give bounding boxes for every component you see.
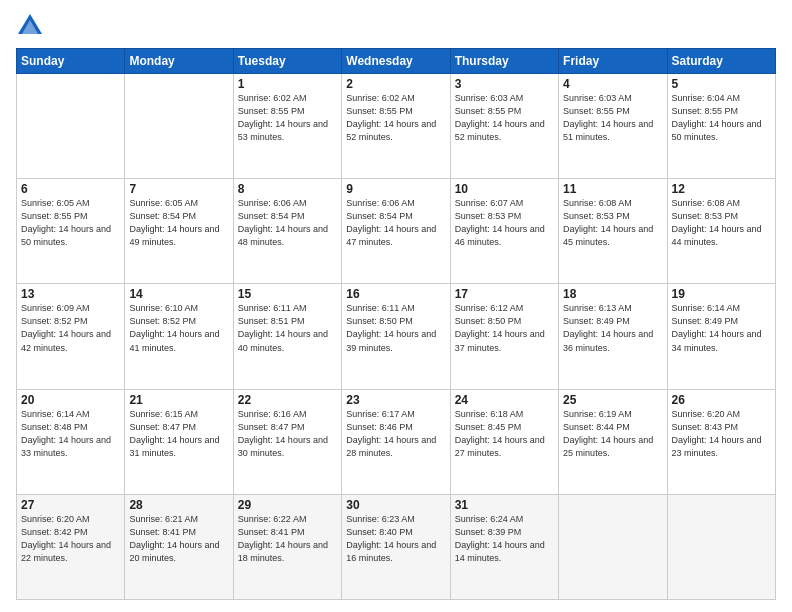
day-number: 2 — [346, 77, 445, 91]
day-info: Sunrise: 6:09 AMSunset: 8:52 PMDaylight:… — [21, 302, 120, 354]
weekday-header-saturday: Saturday — [667, 49, 775, 74]
day-number: 15 — [238, 287, 337, 301]
calendar-cell: 4Sunrise: 6:03 AMSunset: 8:55 PMDaylight… — [559, 74, 667, 179]
day-number: 19 — [672, 287, 771, 301]
day-number: 17 — [455, 287, 554, 301]
weekday-header-sunday: Sunday — [17, 49, 125, 74]
calendar-cell: 27Sunrise: 6:20 AMSunset: 8:42 PMDayligh… — [17, 494, 125, 599]
day-number: 9 — [346, 182, 445, 196]
calendar-cell — [667, 494, 775, 599]
day-number: 13 — [21, 287, 120, 301]
logo-icon — [16, 12, 44, 40]
calendar-cell — [125, 74, 233, 179]
calendar-cell: 12Sunrise: 6:08 AMSunset: 8:53 PMDayligh… — [667, 179, 775, 284]
logo — [16, 12, 48, 40]
day-number: 29 — [238, 498, 337, 512]
day-info: Sunrise: 6:08 AMSunset: 8:53 PMDaylight:… — [672, 197, 771, 249]
day-info: Sunrise: 6:14 AMSunset: 8:48 PMDaylight:… — [21, 408, 120, 460]
day-info: Sunrise: 6:05 AMSunset: 8:55 PMDaylight:… — [21, 197, 120, 249]
calendar-cell: 5Sunrise: 6:04 AMSunset: 8:55 PMDaylight… — [667, 74, 775, 179]
calendar-cell: 29Sunrise: 6:22 AMSunset: 8:41 PMDayligh… — [233, 494, 341, 599]
day-number: 24 — [455, 393, 554, 407]
day-number: 26 — [672, 393, 771, 407]
day-number: 7 — [129, 182, 228, 196]
calendar-cell: 11Sunrise: 6:08 AMSunset: 8:53 PMDayligh… — [559, 179, 667, 284]
calendar-cell: 7Sunrise: 6:05 AMSunset: 8:54 PMDaylight… — [125, 179, 233, 284]
day-info: Sunrise: 6:13 AMSunset: 8:49 PMDaylight:… — [563, 302, 662, 354]
calendar-cell: 21Sunrise: 6:15 AMSunset: 8:47 PMDayligh… — [125, 389, 233, 494]
day-info: Sunrise: 6:03 AMSunset: 8:55 PMDaylight:… — [563, 92, 662, 144]
day-info: Sunrise: 6:10 AMSunset: 8:52 PMDaylight:… — [129, 302, 228, 354]
calendar-cell: 18Sunrise: 6:13 AMSunset: 8:49 PMDayligh… — [559, 284, 667, 389]
day-info: Sunrise: 6:19 AMSunset: 8:44 PMDaylight:… — [563, 408, 662, 460]
day-number: 10 — [455, 182, 554, 196]
day-number: 27 — [21, 498, 120, 512]
day-number: 20 — [21, 393, 120, 407]
calendar-cell: 25Sunrise: 6:19 AMSunset: 8:44 PMDayligh… — [559, 389, 667, 494]
day-info: Sunrise: 6:17 AMSunset: 8:46 PMDaylight:… — [346, 408, 445, 460]
calendar-cell: 13Sunrise: 6:09 AMSunset: 8:52 PMDayligh… — [17, 284, 125, 389]
day-info: Sunrise: 6:03 AMSunset: 8:55 PMDaylight:… — [455, 92, 554, 144]
day-info: Sunrise: 6:14 AMSunset: 8:49 PMDaylight:… — [672, 302, 771, 354]
day-info: Sunrise: 6:18 AMSunset: 8:45 PMDaylight:… — [455, 408, 554, 460]
calendar-cell: 6Sunrise: 6:05 AMSunset: 8:55 PMDaylight… — [17, 179, 125, 284]
calendar-cell: 22Sunrise: 6:16 AMSunset: 8:47 PMDayligh… — [233, 389, 341, 494]
day-number: 16 — [346, 287, 445, 301]
day-info: Sunrise: 6:23 AMSunset: 8:40 PMDaylight:… — [346, 513, 445, 565]
day-number: 23 — [346, 393, 445, 407]
weekday-header-tuesday: Tuesday — [233, 49, 341, 74]
day-info: Sunrise: 6:24 AMSunset: 8:39 PMDaylight:… — [455, 513, 554, 565]
day-number: 21 — [129, 393, 228, 407]
calendar-cell: 14Sunrise: 6:10 AMSunset: 8:52 PMDayligh… — [125, 284, 233, 389]
day-number: 25 — [563, 393, 662, 407]
calendar-cell: 28Sunrise: 6:21 AMSunset: 8:41 PMDayligh… — [125, 494, 233, 599]
calendar-cell: 31Sunrise: 6:24 AMSunset: 8:39 PMDayligh… — [450, 494, 558, 599]
week-row-2: 6Sunrise: 6:05 AMSunset: 8:55 PMDaylight… — [17, 179, 776, 284]
day-info: Sunrise: 6:08 AMSunset: 8:53 PMDaylight:… — [563, 197, 662, 249]
calendar-cell: 24Sunrise: 6:18 AMSunset: 8:45 PMDayligh… — [450, 389, 558, 494]
calendar-cell: 8Sunrise: 6:06 AMSunset: 8:54 PMDaylight… — [233, 179, 341, 284]
day-number: 11 — [563, 182, 662, 196]
weekday-header-wednesday: Wednesday — [342, 49, 450, 74]
day-number: 22 — [238, 393, 337, 407]
day-info: Sunrise: 6:20 AMSunset: 8:43 PMDaylight:… — [672, 408, 771, 460]
calendar-cell: 20Sunrise: 6:14 AMSunset: 8:48 PMDayligh… — [17, 389, 125, 494]
day-number: 4 — [563, 77, 662, 91]
day-number: 5 — [672, 77, 771, 91]
day-info: Sunrise: 6:12 AMSunset: 8:50 PMDaylight:… — [455, 302, 554, 354]
page: SundayMondayTuesdayWednesdayThursdayFrid… — [0, 0, 792, 612]
calendar-cell: 26Sunrise: 6:20 AMSunset: 8:43 PMDayligh… — [667, 389, 775, 494]
day-info: Sunrise: 6:16 AMSunset: 8:47 PMDaylight:… — [238, 408, 337, 460]
calendar-cell: 19Sunrise: 6:14 AMSunset: 8:49 PMDayligh… — [667, 284, 775, 389]
day-number: 12 — [672, 182, 771, 196]
day-number: 3 — [455, 77, 554, 91]
weekday-header-thursday: Thursday — [450, 49, 558, 74]
day-number: 30 — [346, 498, 445, 512]
calendar-cell: 30Sunrise: 6:23 AMSunset: 8:40 PMDayligh… — [342, 494, 450, 599]
weekday-header-friday: Friday — [559, 49, 667, 74]
calendar-cell: 3Sunrise: 6:03 AMSunset: 8:55 PMDaylight… — [450, 74, 558, 179]
calendar-cell: 17Sunrise: 6:12 AMSunset: 8:50 PMDayligh… — [450, 284, 558, 389]
header — [16, 12, 776, 40]
calendar-cell: 15Sunrise: 6:11 AMSunset: 8:51 PMDayligh… — [233, 284, 341, 389]
day-number: 6 — [21, 182, 120, 196]
day-info: Sunrise: 6:07 AMSunset: 8:53 PMDaylight:… — [455, 197, 554, 249]
weekday-header-monday: Monday — [125, 49, 233, 74]
day-number: 14 — [129, 287, 228, 301]
day-info: Sunrise: 6:11 AMSunset: 8:50 PMDaylight:… — [346, 302, 445, 354]
day-info: Sunrise: 6:04 AMSunset: 8:55 PMDaylight:… — [672, 92, 771, 144]
week-row-5: 27Sunrise: 6:20 AMSunset: 8:42 PMDayligh… — [17, 494, 776, 599]
weekday-header-row: SundayMondayTuesdayWednesdayThursdayFrid… — [17, 49, 776, 74]
day-number: 8 — [238, 182, 337, 196]
calendar-cell: 1Sunrise: 6:02 AMSunset: 8:55 PMDaylight… — [233, 74, 341, 179]
calendar-cell — [559, 494, 667, 599]
day-info: Sunrise: 6:06 AMSunset: 8:54 PMDaylight:… — [346, 197, 445, 249]
week-row-3: 13Sunrise: 6:09 AMSunset: 8:52 PMDayligh… — [17, 284, 776, 389]
calendar-cell — [17, 74, 125, 179]
day-info: Sunrise: 6:21 AMSunset: 8:41 PMDaylight:… — [129, 513, 228, 565]
day-info: Sunrise: 6:05 AMSunset: 8:54 PMDaylight:… — [129, 197, 228, 249]
calendar-cell: 9Sunrise: 6:06 AMSunset: 8:54 PMDaylight… — [342, 179, 450, 284]
day-info: Sunrise: 6:02 AMSunset: 8:55 PMDaylight:… — [346, 92, 445, 144]
day-info: Sunrise: 6:11 AMSunset: 8:51 PMDaylight:… — [238, 302, 337, 354]
calendar-cell: 2Sunrise: 6:02 AMSunset: 8:55 PMDaylight… — [342, 74, 450, 179]
